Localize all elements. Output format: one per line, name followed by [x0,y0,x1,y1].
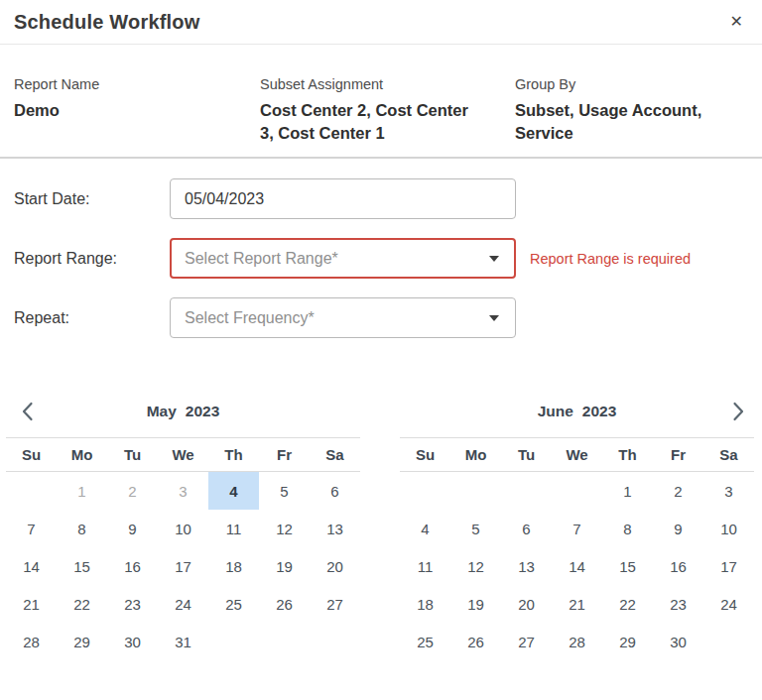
calendar-day-empty [208,623,259,660]
calendar-day-empty [501,472,552,510]
calendar-day[interactable]: 28 [552,623,602,660]
calendar-day[interactable]: 13 [310,510,360,547]
calendar-day[interactable]: 30 [653,623,703,660]
calendar-day[interactable]: 28 [6,623,57,660]
calendar-day[interactable]: 11 [208,510,259,547]
calendar-day[interactable]: 20 [310,547,360,585]
weekday-header: SuMoTuWeThFrSa [400,438,754,472]
calendar-day-empty [703,623,754,660]
weekday-label: We [552,446,602,463]
group-by-value: Subset, Usage Account, Service [515,99,748,145]
calendar-day-selected[interactable]: 4 [208,472,259,510]
weekday-label: Th [602,446,653,463]
dialog-title: Schedule Workflow [14,11,200,34]
calendar-day[interactable]: 31 [158,623,208,660]
calendar-day[interactable]: 6 [501,510,552,547]
calendar-day-empty [400,472,450,510]
calendar-day[interactable]: 19 [259,547,310,585]
start-date-input[interactable] [170,178,516,219]
calendar-day[interactable]: 17 [703,547,754,585]
calendar-day[interactable]: 22 [602,585,653,623]
calendar-day[interactable]: 6 [310,472,360,510]
calendar-day[interactable]: 18 [400,585,450,623]
subset-assignment-value: Cost Center 2, Cost Center 3, Cost Cente… [260,99,486,145]
calendar-day[interactable]: 26 [450,623,501,660]
prev-month-button[interactable] [20,401,36,422]
summary-group-by: Group By Subset, Usage Account, Service [515,76,748,145]
close-icon[interactable]: ✕ [728,12,745,32]
month-name: June [538,403,573,420]
calendar-day[interactable]: 27 [310,585,360,623]
repeat-row: Repeat: Select Frequency* [14,297,748,338]
weekday-label: Su [400,446,450,463]
calendar-day[interactable]: 12 [259,510,310,547]
calendar-day[interactable]: 8 [57,510,107,547]
calendar-day[interactable]: 26 [259,585,310,623]
calendar-day[interactable]: 3 [703,472,754,510]
calendar-day[interactable]: 29 [57,623,107,660]
start-date-row: Start Date: [14,178,748,219]
repeat-placeholder: Select Frequency* [185,309,315,327]
calendar-day-empty [259,623,310,660]
calendar-day[interactable]: 7 [552,510,602,547]
weekday-header: SuMoTuWeThFrSa [6,438,360,472]
calendar-day[interactable]: 11 [400,547,450,585]
calendar-day[interactable]: 7 [6,510,57,547]
calendar-day[interactable]: 16 [107,547,158,585]
calendar-day[interactable]: 2 [653,472,703,510]
month-name: May [147,403,177,420]
month-year: 2023 [582,403,616,420]
dialog-header: Schedule Workflow ✕ [0,0,762,45]
calendar-day[interactable]: 22 [57,585,107,623]
calendar-day[interactable]: 12 [450,547,501,585]
calendar-day[interactable]: 13 [501,547,552,585]
calendar-day-empty [450,472,501,510]
calendar-day[interactable]: 8 [602,510,653,547]
calendar-day[interactable]: 24 [158,585,208,623]
calendar-day[interactable]: 15 [602,547,653,585]
calendar-day[interactable]: 21 [6,585,57,623]
calendar-june-header: June 2023 [400,386,754,438]
calendar-day-empty [552,472,602,510]
month-year: 2023 [186,403,219,420]
calendar-day[interactable]: 21 [552,585,602,623]
calendar-day[interactable]: 10 [703,510,754,547]
auto-run-note: This report will automatically run on 05… [0,660,762,700]
calendar-day[interactable]: 25 [400,623,450,660]
calendar-day[interactable]: 23 [107,585,158,623]
calendar-day[interactable]: 20 [501,585,552,623]
weekday-label: Fr [653,446,703,463]
calendar-day[interactable]: 23 [653,585,703,623]
calendar-day[interactable]: 9 [107,510,158,547]
calendar-day[interactable]: 1 [602,472,653,510]
report-range-error: Report Range is required [530,251,691,267]
calendar-day[interactable]: 19 [450,585,501,623]
chevron-left-icon [20,401,36,422]
repeat-select[interactable]: Select Frequency* [170,297,516,338]
calendar-day[interactable]: 16 [653,547,703,585]
calendar-day[interactable]: 17 [158,547,208,585]
repeat-label: Repeat: [14,309,170,327]
calendar-day[interactable]: 24 [703,585,754,623]
calendar-day[interactable]: 29 [602,623,653,660]
start-date-label: Start Date: [14,190,170,208]
calendar-day[interactable]: 10 [158,510,208,547]
calendar-day[interactable]: 5 [259,472,310,510]
weekday-label: Sa [703,446,754,463]
calendar-day[interactable]: 4 [400,510,450,547]
report-name-label: Report Name [14,76,260,92]
weekday-label: Mo [57,446,107,463]
calendar-day[interactable]: 5 [450,510,501,547]
calendar-may: May 2023 SuMoTuWeThFrSa 1234567891011121… [6,386,360,660]
next-month-button[interactable] [730,401,746,422]
report-range-select[interactable]: Select Report Range* [170,238,516,279]
calendar-day[interactable]: 27 [501,623,552,660]
calendar-day[interactable]: 14 [552,547,602,585]
calendar-day[interactable]: 14 [6,547,57,585]
calendar-day[interactable]: 25 [208,585,259,623]
calendar-day[interactable]: 15 [57,547,107,585]
calendar-day[interactable]: 30 [107,623,158,660]
calendar-day[interactable]: 9 [653,510,703,547]
calendar-day[interactable]: 18 [208,547,259,585]
calendar-day-grid: 1234567891011121314151617181920212223242… [6,472,360,660]
